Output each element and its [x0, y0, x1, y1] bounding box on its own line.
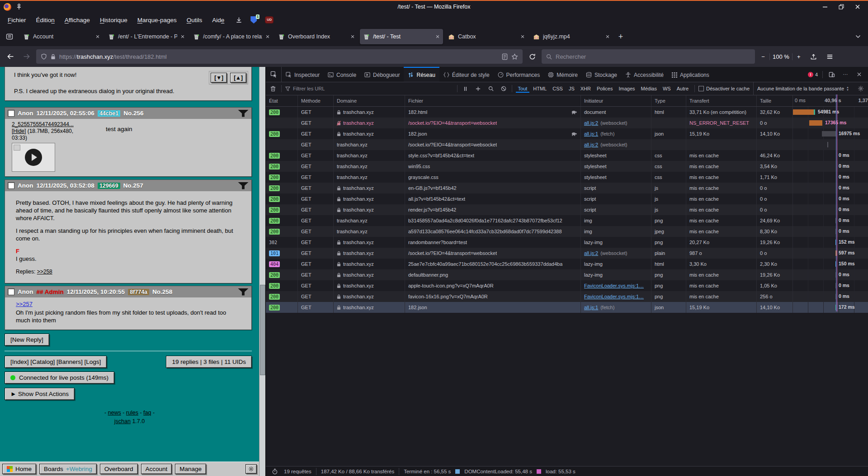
initiator-link[interactable]: FaviconLoader.sys.mjs:1…: [584, 283, 644, 288]
close-devtools-icon[interactable]: [854, 70, 863, 79]
filter-type-images[interactable]: Images: [616, 85, 637, 93]
network-request-row[interactable]: 200GETtrashchan.xyzstyle.css?v=bf145b42&…: [266, 150, 868, 161]
footer-link-faq[interactable]: faq: [143, 410, 151, 416]
scroll-to-top-button[interactable]: [▲]: [230, 73, 246, 83]
nav-account-button[interactable]: Account: [141, 464, 172, 474]
domcontentloaded-time[interactable]: DOMContentLoaded: 55,48 s: [464, 469, 532, 474]
board-links-button[interactable]: [Index] [Catalog] [Banners] [Logs]: [5, 356, 107, 368]
close-tab-icon[interactable]: [605, 34, 610, 39]
network-request-row[interactable]: 200GETtrashchan.xyzen-GB.js?v=bf145b42sc…: [266, 183, 868, 193]
close-tab-icon[interactable]: [350, 34, 355, 39]
column-header-fichier[interactable]: Fichier: [405, 95, 581, 106]
devtools-tab-inspector[interactable]: Inspecteur: [282, 67, 324, 82]
devtools-tab-storage[interactable]: Stockage: [582, 67, 621, 82]
poster-id-badge[interactable]: 44cbe1: [98, 110, 120, 117]
poster-id-badge[interactable]: 8f774a: [128, 289, 149, 295]
devtools-tab-style[interactable]: Éditeur de style: [439, 67, 494, 82]
footer-link-news[interactable]: news: [108, 410, 121, 416]
transferred-size[interactable]: 187,42 Ko / 88,66 Ko transférés: [321, 469, 394, 474]
request-count[interactable]: 19 requêtes: [284, 469, 311, 474]
video-thumbnail[interactable]: [12, 143, 55, 172]
close-tab-icon[interactable]: [520, 34, 525, 39]
devtools-tab-accessibility[interactable]: Accessibilité: [621, 67, 668, 82]
filter-type-tout[interactable]: Tout: [516, 85, 530, 93]
network-request-row[interactable]: 200GETtrashchan.xyz182.jsonall.js:1 (fet…: [266, 302, 868, 313]
firefox-view-button[interactable]: [3, 30, 16, 43]
column-header-initiateur[interactable]: Initiateur: [581, 95, 651, 106]
filter-type-html[interactable]: HTML: [531, 85, 549, 93]
filter-type-css[interactable]: CSS: [550, 85, 565, 93]
menu-outils[interactable]: Outils: [182, 15, 208, 25]
network-request-row[interactable]: 200GETtrashchan.xyzwin95.cssstylesheetcs…: [266, 161, 868, 172]
page-scrollbar[interactable]: [259, 67, 265, 476]
pause-traffic-icon[interactable]: [461, 84, 470, 93]
browser-tab[interactable]: /test/ - Test: [360, 29, 443, 44]
downloads-icon[interactable]: [236, 17, 242, 24]
column-header-méthode[interactable]: Méthode: [298, 95, 334, 106]
browser-tab[interactable]: Account: [20, 29, 103, 44]
poster-id-badge[interactable]: 129669: [98, 183, 120, 189]
network-request-row[interactable]: 404GETtrashchan.xyz25ae7e7cbfc40a99aec71…: [266, 259, 868, 269]
network-request-row[interactable]: 200GETtrashchan.xyzapple-touch-icon.png?…: [266, 280, 868, 291]
network-request-row[interactable]: GETtrashchan.xyz/socket.io/?EIO=4&transp…: [266, 139, 868, 150]
network-request-row[interactable]: 200GETtrashchan.xyzfavicon-16x16.png?v=x…: [266, 291, 868, 302]
network-request-row[interactable]: 200GETtrashchan.xyzgrayscale.cssstyleshe…: [266, 172, 868, 183]
browser-tab[interactable]: Catbox: [445, 29, 528, 44]
column-header-timeline[interactable]: 0 ms40,96 s1,37: [793, 95, 868, 106]
initiator-link[interactable]: all.js:1: [584, 305, 598, 310]
network-settings-gear-icon[interactable]: [856, 84, 865, 93]
network-request-row[interactable]: 302GETtrashchan.xyzrandombanner?board=te…: [266, 237, 868, 248]
scroll-to-bottom-button[interactable]: [▼]: [211, 73, 227, 83]
post-number[interactable]: No.258: [152, 288, 172, 295]
network-request-row[interactable]: 200GETtrashchan.xyz182.htmldocumenthtml3…: [266, 107, 868, 118]
devtools-tab-debugger[interactable]: Débogueur: [360, 67, 404, 82]
disable-cache-checkbox[interactable]: Désactiver le cache: [698, 86, 750, 91]
post-number[interactable]: No.257: [123, 182, 143, 189]
network-request-row[interactable]: 200GETtrashchan.xyza597d133ca08576ee064c…: [266, 226, 868, 237]
library-icon[interactable]: [807, 50, 821, 63]
devtools-tab-network[interactable]: Réseau: [404, 67, 439, 82]
filter-type-xhr[interactable]: XHR: [578, 85, 593, 93]
new-tab-button[interactable]: +: [614, 30, 627, 43]
pick-element-icon[interactable]: [266, 67, 282, 82]
close-tab-icon[interactable]: [435, 34, 440, 39]
ud-addon-icon[interactable]: UD: [265, 16, 274, 24]
quote-link[interactable]: >>257: [16, 301, 33, 307]
filter-type-ws[interactable]: WS: [660, 85, 673, 93]
network-request-row[interactable]: 200GETtrashchan.xyzdefaultbanner.pnglazy…: [266, 269, 868, 280]
browser-tab[interactable]: jq6yjz.mp4: [530, 29, 613, 44]
devtools-tab-console[interactable]: Console: [324, 67, 360, 82]
menu-marquepages[interactable]: Marque-pages: [132, 15, 182, 25]
nav-home-button[interactable]: Home: [2, 464, 36, 474]
reload-button[interactable]: [525, 50, 539, 63]
devtools-tab-applications[interactable]: Applications: [668, 67, 713, 82]
menu-affichage[interactable]: Affichage: [60, 15, 95, 25]
tab-overflow-chevron-icon[interactable]: [855, 35, 865, 38]
initiator-link[interactable]: all.js:2: [584, 250, 598, 256]
reader-mode-icon[interactable]: [502, 53, 508, 60]
back-button[interactable]: [4, 50, 17, 63]
engine-link[interactable]: jschan: [114, 418, 131, 424]
close-tab-icon[interactable]: [95, 34, 100, 39]
filter-url-input[interactable]: Filtrer les URL: [285, 86, 453, 91]
initiator-link[interactable]: FaviconLoader.sys.mjs:1…: [584, 294, 644, 299]
clear-requests-trash-icon[interactable]: [269, 84, 278, 93]
bookmark-star-icon[interactable]: [511, 53, 518, 60]
post-select-checkbox[interactable]: [8, 288, 14, 295]
filter-type-polices[interactable]: Polices: [594, 85, 615, 93]
address-bar[interactable]: https://trashchan.xyz/test/thread/182.ht…: [36, 49, 523, 64]
block-requests-icon[interactable]: [499, 84, 508, 93]
lock-icon[interactable]: [51, 54, 56, 60]
initiator-link[interactable]: all.js:1: [584, 131, 598, 137]
nav-boards-button[interactable]: Boards +Webring: [39, 464, 97, 474]
close-window-button[interactable]: [853, 2, 863, 11]
devtools-menu-dots-icon[interactable]: ⋯: [841, 70, 850, 79]
column-header-type[interactable]: Type: [651, 95, 686, 106]
nav-overboard-button[interactable]: Overboard: [100, 464, 138, 474]
load-time[interactable]: load: 55,53 s: [546, 469, 576, 474]
network-request-row[interactable]: 200GETtrashchan.xyzrender.js?v=bf145b42s…: [266, 204, 868, 215]
responsive-design-icon[interactable]: [827, 70, 836, 79]
error-count-badge[interactable]: !4: [808, 72, 818, 77]
browser-tab[interactable]: Overboard Index: [275, 29, 358, 44]
filter-type-js[interactable]: JS: [566, 85, 577, 93]
